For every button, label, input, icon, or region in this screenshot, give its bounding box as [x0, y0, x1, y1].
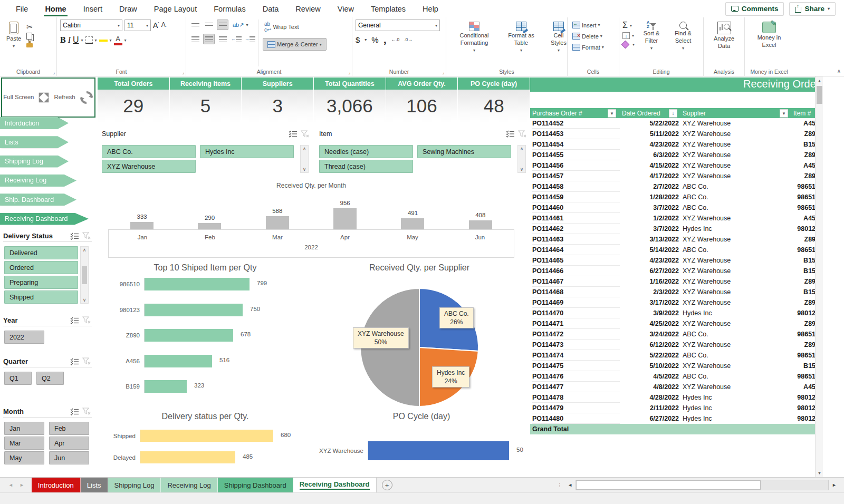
multi-select-icon[interactable]	[70, 358, 79, 365]
sidebar-nav-shipping-log[interactable]: Shipping Log	[0, 156, 69, 168]
horizontal-scrollbar[interactable]: ◄ ►	[564, 479, 840, 491]
font-size-select[interactable]: 11▾	[124, 20, 151, 31]
slicer-item-apr[interactable]: Apr	[49, 437, 89, 450]
decrease-decimal-button[interactable]: .0→	[404, 37, 413, 42]
sidebar-nav-receiving-log[interactable]: Receiving Log	[0, 175, 76, 187]
font-color-more-icon[interactable]: ▾	[124, 38, 127, 43]
slicer-item-abc-co-[interactable]: ABC Co.	[102, 145, 196, 158]
align-left-button[interactable]	[189, 34, 201, 44]
refresh-icon[interactable]	[80, 91, 93, 104]
dialog-launcher-icon[interactable]: ⌟	[348, 70, 350, 75]
font-color-button[interactable]: A	[114, 35, 122, 45]
multi-select-icon[interactable]	[506, 130, 515, 138]
align-center-button[interactable]	[203, 34, 215, 44]
clear-button[interactable]	[621, 41, 630, 49]
dialog-launcher-icon[interactable]: ⌟	[182, 70, 184, 75]
bottom-align-button[interactable]	[217, 20, 228, 30]
multi-select-icon[interactable]	[289, 130, 298, 138]
borders-more-icon[interactable]: ▾	[95, 38, 97, 43]
share-button[interactable]: Share ▾	[789, 2, 836, 16]
sidebar-nav-receiving-dashboard[interactable]: Receiving Dashboard	[0, 213, 89, 225]
conditional-formatting-button[interactable]: Conditional Formatting ▾	[449, 20, 499, 66]
borders-button[interactable]	[85, 36, 93, 44]
scroll-down-icon[interactable]: ∨	[303, 167, 306, 172]
clear-filter-icon[interactable]	[82, 232, 91, 240]
analyze-data-button[interactable]: Analyze Data	[708, 20, 740, 66]
comma-format-button[interactable]: ,	[383, 37, 387, 42]
underline-more-icon[interactable]: ▾	[81, 38, 83, 43]
chart-received-qty-per-supplier[interactable]: Received Qty. per Supplier ABC Co.26%Hyd…	[319, 262, 520, 408]
bold-button[interactable]: B	[60, 35, 66, 45]
dialog-launcher-icon[interactable]: ⌟	[442, 70, 444, 75]
middle-align-button[interactable]	[203, 20, 215, 30]
next-sheet-arrow[interactable]: ►	[20, 482, 24, 488]
sheet-tab-receiving-dashboard[interactable]: Receiving Dashboard	[293, 478, 377, 492]
menu-tab-insert[interactable]: Insert	[75, 0, 111, 17]
autosum-button[interactable]: Σ	[622, 21, 628, 30]
sheet-tab-receiving-log[interactable]: Receiving Log	[161, 478, 217, 492]
increase-indent-button[interactable]: →	[244, 34, 256, 44]
merge-center-button[interactable]: Merge & Center ▾	[263, 38, 327, 51]
paste-button[interactable]: Paste ▾	[3, 20, 24, 66]
orientation-button[interactable]: ab↗	[233, 22, 244, 28]
fill-button[interactable]: ↓	[622, 32, 630, 39]
full-screen-button[interactable]: Full Screen	[3, 94, 34, 101]
slicer-item-q1[interactable]: Q1	[4, 372, 32, 385]
slicer-item-mar[interactable]: Mar	[4, 437, 44, 450]
sidebar-nav-ship-dashboard[interactable]: Ship. Dashboard	[0, 193, 76, 206]
menu-tab-formulas[interactable]: Formulas	[205, 0, 254, 17]
scroll-up-arrow[interactable]: ▲	[816, 76, 823, 85]
copy-button[interactable]	[26, 33, 32, 40]
vertical-scroll-thumb[interactable]	[817, 86, 822, 104]
scroll-down-arrow[interactable]: ▼	[816, 469, 823, 477]
font-name-select[interactable]: Calibri▾	[60, 20, 122, 31]
slicer-scrollbar[interactable]: ∧∨	[80, 246, 89, 304]
multi-select-icon[interactable]	[70, 408, 79, 415]
prev-sheet-arrow[interactable]: ◄	[8, 482, 13, 488]
scroll-down-icon[interactable]: ∨	[520, 167, 524, 172]
format-painter-button[interactable]	[26, 43, 33, 47]
multi-select-icon[interactable]	[70, 232, 79, 240]
wrap-text-button[interactable]: abc↩ Wrap Text	[263, 21, 327, 33]
hscroll-left-arrow[interactable]: ◄	[564, 482, 576, 488]
slicer-scrollbar[interactable]: ∧∨	[517, 145, 526, 173]
slicer-item-feb[interactable]: Feb	[49, 422, 89, 435]
refresh-button[interactable]: Refresh	[54, 94, 75, 101]
filter-dropdown-icon[interactable]: ▾	[608, 109, 616, 118]
menu-tab-draw[interactable]: Draw	[111, 0, 146, 17]
chart-delivery-status[interactable]: Delivery status per Qty. Shipped680Delay…	[103, 409, 308, 477]
hscroll-right-arrow[interactable]: ►	[829, 482, 840, 488]
slicer-item-hydes-inc[interactable]: Hydes Inc	[200, 145, 294, 158]
format-cells-button[interactable]: Format▾	[571, 43, 606, 51]
clear-filter-icon[interactable]	[82, 408, 91, 415]
sort-descending-icon[interactable]: ↓	[669, 109, 677, 118]
menu-tab-review[interactable]: Review	[287, 0, 329, 17]
scroll-up-icon[interactable]: ∧	[303, 146, 306, 151]
slicer-item-jan[interactable]: Jan	[4, 422, 44, 435]
number-format-select[interactable]: General▾	[356, 20, 440, 31]
fill-color-more-icon[interactable]: ▾	[110, 38, 112, 43]
sheet-tab-shipping-dashboard[interactable]: Shipping Dashboard	[218, 478, 293, 492]
multi-select-icon[interactable]	[70, 317, 79, 324]
find-select-button[interactable]: Find & Select ▾	[668, 20, 698, 66]
decrease-indent-button[interactable]: ←	[231, 34, 242, 44]
collapse-ribbon-button[interactable]: ∧	[837, 68, 841, 74]
hscroll-thumb[interactable]	[576, 480, 761, 490]
slicer-item-2022[interactable]: 2022	[4, 331, 44, 344]
sheet-tab-shipping-log[interactable]: Shipping Log	[108, 478, 161, 492]
cut-button[interactable]: ✂	[26, 23, 33, 31]
scroll-down-icon[interactable]: ∨	[83, 297, 87, 303]
sheet-tab-lists[interactable]: Lists	[81, 478, 108, 492]
sort-filter-button[interactable]: AZ Sort & Filter ▾	[637, 20, 666, 66]
format-as-table-button[interactable]: Format as Table ▾	[501, 20, 541, 66]
italic-button[interactable]: I	[68, 35, 71, 45]
slicer-item-xyz-warehouse[interactable]: XYZ Warehouse	[102, 160, 196, 173]
clear-filter-icon[interactable]	[82, 316, 91, 324]
menu-tab-page-layout[interactable]: Page Layout	[146, 0, 205, 17]
sidebar-nav-lists[interactable]: Lists	[0, 136, 69, 148]
menu-tab-view[interactable]: View	[329, 0, 362, 17]
slicer-item-sewing-machines[interactable]: Sewing Machines	[417, 145, 511, 158]
insert-cells-button[interactable]: Insert▾	[571, 21, 606, 29]
slicer-item-ordered[interactable]: Ordered	[4, 261, 78, 274]
scroll-thumb[interactable]	[82, 266, 87, 284]
